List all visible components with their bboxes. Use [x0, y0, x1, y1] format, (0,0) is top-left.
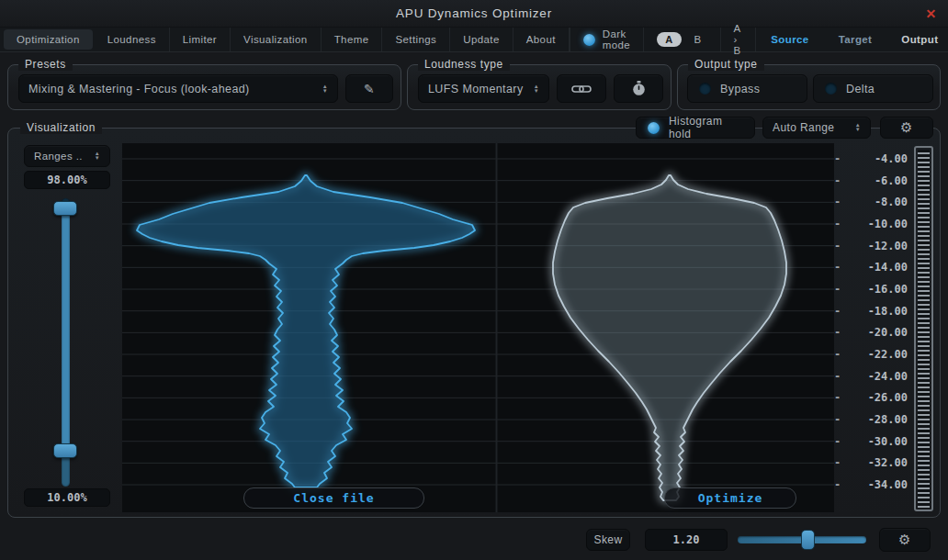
- range-mode-dropdown[interactable]: Auto Range ▲▼: [762, 117, 871, 139]
- ab-select-a-button[interactable]: A: [657, 32, 681, 47]
- range-low-value[interactable]: 10.00%: [24, 488, 110, 507]
- stopwatch-icon: [632, 81, 646, 96]
- visualization-settings-button[interactable]: ⚙: [880, 117, 933, 139]
- menu-optimization[interactable]: Optimization: [4, 29, 93, 50]
- visualization-group-label: Visualization: [20, 121, 102, 134]
- preset-dropdown[interactable]: Mixing & Mastering - Focus (look-ahead) …: [18, 74, 338, 103]
- ranges-dropdown[interactable]: Ranges .. ▲▼: [24, 145, 110, 167]
- y-tick: --4.00: [834, 151, 908, 166]
- optimize-button[interactable]: Optimize: [664, 487, 796, 509]
- menu-loudness[interactable]: Loudness: [95, 28, 170, 51]
- y-tick: --24.00: [834, 369, 908, 384]
- range-slider: [51, 196, 79, 490]
- histogram-shapes: [137, 175, 786, 500]
- spinner-icon: ▲▼: [534, 84, 539, 94]
- dark-mode-toggle[interactable]: Dark mode: [570, 28, 643, 51]
- loudness-type-dropdown[interactable]: LUFS Momentary ▲▼: [418, 74, 549, 103]
- range-slider-handle-low[interactable]: [53, 443, 77, 458]
- range-high-value[interactable]: 98.00%: [24, 171, 110, 189]
- menu-right-cluster: Dark mode A B A › B Source Target Output: [570, 28, 948, 51]
- preset-dropdown-value: Mixing & Mastering - Focus (look-ahead): [28, 83, 250, 95]
- y-tick: --26.00: [834, 390, 908, 405]
- ranges-dropdown-value: Ranges ..: [34, 151, 83, 162]
- menu-bar: Optimization Loudness Limiter Visualizat…: [0, 28, 948, 52]
- loudness-group-label: Loudness type: [418, 58, 510, 71]
- menu-theme[interactable]: Theme: [322, 28, 383, 51]
- gear-icon: ⚙: [900, 119, 913, 136]
- title-bar: APU Dynamics Optimizer ✕: [0, 0, 948, 28]
- loudness-gate-timer-button[interactable]: [614, 74, 663, 103]
- close-icon[interactable]: ✕: [925, 6, 937, 21]
- loudness-link-button[interactable]: [557, 74, 606, 103]
- ab-copy-button[interactable]: A › B: [734, 23, 743, 56]
- bypass-radio[interactable]: [699, 83, 711, 95]
- y-tick: --12.00: [834, 239, 908, 253]
- view-output-tab[interactable]: Output: [890, 34, 948, 45]
- skew-slider-handle[interactable]: [801, 530, 815, 550]
- delta-label: Delta: [846, 83, 875, 95]
- source-histogram: [137, 175, 475, 487]
- y-tick: --28.00: [834, 412, 908, 427]
- footer-settings-button[interactable]: ⚙: [879, 528, 931, 552]
- histogram-plot: [122, 143, 834, 512]
- ab-copy-cluster: A › B: [720, 28, 756, 51]
- skew-value[interactable]: 1.20: [645, 529, 728, 551]
- y-tick: --14.00: [834, 260, 908, 274]
- preset-edit-button[interactable]: ✎: [345, 74, 393, 103]
- spinner-icon: ▲▼: [95, 151, 100, 161]
- spinner-icon: ▲▼: [855, 123, 861, 132]
- target-histogram: [553, 175, 786, 500]
- menu-update[interactable]: Update: [450, 28, 513, 51]
- histogram-hold-radio[interactable]: [648, 122, 660, 134]
- view-target-tab[interactable]: Target: [828, 34, 884, 45]
- dark-mode-label: Dark mode: [603, 28, 630, 50]
- y-tick: --10.00: [834, 217, 908, 231]
- output-type-group-label: Output type: [688, 58, 764, 71]
- y-tick: --16.00: [834, 282, 908, 297]
- y-tick: --20.00: [834, 325, 908, 340]
- delta-radio[interactable]: [825, 83, 837, 95]
- dark-mode-radio[interactable]: [583, 34, 595, 46]
- link-icon: [571, 84, 592, 95]
- menu-settings[interactable]: Settings: [382, 28, 450, 51]
- gear-icon: ⚙: [898, 532, 911, 548]
- histogram-svg: [122, 143, 834, 512]
- presets-group-label: Presets: [18, 58, 73, 71]
- y-tick: --8.00: [834, 195, 908, 209]
- y-tick: --6.00: [834, 174, 908, 188]
- menu-about[interactable]: About: [514, 28, 570, 51]
- bypass-label: Bypass: [720, 83, 760, 95]
- ab-compare-cluster: A B: [643, 28, 719, 51]
- bypass-toggle[interactable]: Bypass: [687, 74, 807, 103]
- close-file-button[interactable]: Close file: [243, 487, 424, 509]
- histogram-hold-label: Histogram hold: [669, 115, 743, 140]
- y-tick: --34.00: [834, 477, 908, 492]
- skew-label-button[interactable]: Skew: [586, 529, 630, 551]
- y-tick: --22.00: [834, 347, 908, 362]
- spinner-icon: ▲▼: [322, 84, 328, 94]
- range-slider-handle-high[interactable]: [53, 201, 77, 216]
- window-title: APU Dynamics Optimizer: [396, 6, 552, 20]
- plugin-window: APU Dynamics Optimizer ✕ Optimization Lo…: [0, 0, 948, 560]
- skew-slider: [738, 530, 866, 550]
- range-mode-value: Auto Range: [773, 121, 834, 134]
- view-source-tab[interactable]: Source: [760, 34, 819, 45]
- loudness-type-value: LUFS Momentary: [428, 83, 524, 95]
- y-tick: --32.00: [834, 455, 908, 470]
- skew-label: Skew: [594, 533, 623, 546]
- pencil-icon: ✎: [364, 82, 375, 96]
- ab-select-b-button[interactable]: B: [689, 34, 707, 45]
- menu-limiter[interactable]: Limiter: [170, 28, 231, 51]
- level-meter: [914, 146, 933, 511]
- histogram-hold-toggle[interactable]: Histogram hold: [636, 117, 755, 139]
- delta-toggle[interactable]: Delta: [813, 74, 933, 103]
- y-tick: --30.00: [834, 434, 908, 449]
- menu-visualization[interactable]: Visualization: [231, 28, 322, 51]
- y-tick: --18.00: [834, 304, 908, 319]
- view-switch-cluster: Source Target Output: [755, 28, 948, 51]
